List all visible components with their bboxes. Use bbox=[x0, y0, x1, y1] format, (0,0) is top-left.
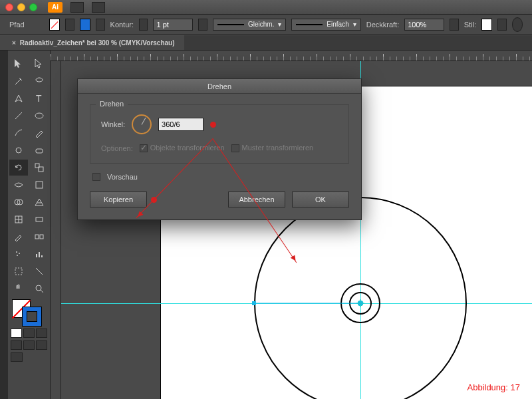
brush-tool[interactable] bbox=[9, 125, 28, 141]
copy-button[interactable]: Kopieren bbox=[90, 192, 147, 207]
artboard-tool[interactable] bbox=[9, 263, 28, 279]
stroke-weight-input[interactable] bbox=[153, 19, 193, 31]
lasso-tool[interactable] bbox=[30, 73, 49, 89]
profile-select[interactable]: Einfach▾ bbox=[291, 19, 360, 31]
color-mode-gradient[interactable] bbox=[23, 329, 35, 338]
svg-rect-15 bbox=[35, 235, 39, 239]
ok-button[interactable]: OK bbox=[292, 192, 349, 207]
blend-tool[interactable] bbox=[30, 229, 49, 245]
style-dropdown[interactable] bbox=[497, 19, 506, 31]
recolor-button[interactable] bbox=[512, 17, 523, 32]
svg-rect-16 bbox=[40, 235, 43, 239]
svg-point-4 bbox=[16, 148, 21, 153]
annotation-dot-icon bbox=[210, 122, 216, 128]
ruler-horizontal[interactable] bbox=[51, 51, 532, 61]
svg-rect-8 bbox=[36, 182, 43, 188]
transform-patterns-label: Muster transformieren bbox=[242, 144, 314, 152]
app-badge: Ai bbox=[48, 2, 63, 13]
gradient-tool[interactable] bbox=[30, 211, 49, 227]
svg-rect-22 bbox=[41, 255, 43, 257]
shape-builder-tool[interactable] bbox=[9, 194, 28, 210]
window-zoom-button[interactable] bbox=[29, 3, 37, 11]
style-label: Stil: bbox=[464, 21, 476, 29]
selection-tool[interactable] bbox=[9, 56, 28, 72]
arrange-icon[interactable] bbox=[92, 2, 105, 13]
inner-circle[interactable] bbox=[349, 292, 372, 315]
annotation-dot-icon bbox=[151, 197, 157, 203]
hand-tool[interactable] bbox=[9, 281, 28, 297]
eyedropper-tool[interactable] bbox=[9, 229, 28, 245]
slice-tool[interactable] bbox=[30, 263, 49, 279]
ruler-vertical[interactable] bbox=[51, 61, 61, 399]
close-tab-icon[interactable]: × bbox=[12, 39, 16, 47]
tool-gutter bbox=[0, 51, 8, 399]
free-transform-tool[interactable] bbox=[30, 177, 49, 193]
stroke-weight-dropdown[interactable] bbox=[198, 19, 207, 31]
line-tool[interactable] bbox=[9, 108, 28, 124]
window-titlebar: Ai bbox=[0, 0, 532, 15]
eraser-tool[interactable] bbox=[30, 142, 49, 158]
pencil-tool[interactable] bbox=[30, 125, 49, 141]
draw-inside[interactable] bbox=[36, 340, 47, 350]
window-close-button[interactable] bbox=[5, 3, 13, 11]
preview-checkbox[interactable] bbox=[92, 173, 100, 181]
svg-rect-14 bbox=[36, 217, 43, 221]
draw-behind[interactable] bbox=[23, 340, 35, 350]
opacity-input[interactable] bbox=[404, 19, 444, 31]
svg-rect-5 bbox=[36, 149, 43, 153]
preview-label: Vorschau bbox=[107, 173, 138, 181]
color-swatches[interactable] bbox=[8, 298, 50, 327]
options-label: Optionen: bbox=[101, 144, 133, 152]
brush-select[interactable]: Gleichm.▾ bbox=[213, 19, 286, 31]
screen-mode[interactable] bbox=[11, 352, 23, 362]
rotate-dialog: Drehen Drehen Winkel: Optionen: Objekte … bbox=[77, 78, 362, 220]
style-swatch[interactable] bbox=[481, 19, 492, 31]
angle-label: Winkel: bbox=[101, 120, 125, 128]
dialog-title: Drehen bbox=[78, 79, 361, 94]
transform-objects-label: Objekte transformieren bbox=[150, 144, 225, 152]
svg-point-0 bbox=[36, 78, 43, 82]
mesh-tool[interactable] bbox=[9, 211, 28, 227]
transform-patterns-checkbox bbox=[231, 144, 239, 152]
fill-swatch[interactable] bbox=[49, 19, 60, 31]
opacity-dropdown[interactable] bbox=[450, 19, 458, 31]
cancel-button[interactable]: Abbrechen bbox=[228, 192, 285, 207]
blob-brush-tool[interactable] bbox=[9, 142, 28, 158]
toolbox: T bbox=[8, 51, 51, 399]
rotate-tool[interactable] bbox=[9, 160, 28, 176]
pen-tool[interactable] bbox=[9, 90, 28, 106]
color-mode-solid[interactable] bbox=[11, 329, 22, 338]
opacity-label: Deckkraft: bbox=[366, 21, 400, 29]
svg-point-19 bbox=[17, 255, 18, 256]
width-tool[interactable] bbox=[9, 177, 28, 193]
document-tab-bar: × Radioaktiv_Zeichen* bei 300 % (CMYK/Vo… bbox=[0, 35, 532, 51]
svg-rect-20 bbox=[36, 254, 37, 257]
angle-dial[interactable] bbox=[132, 114, 152, 134]
symbol-sprayer-tool[interactable] bbox=[9, 246, 28, 262]
figure-caption: Abbildung: 17 bbox=[467, 382, 520, 392]
direct-selection-tool[interactable] bbox=[30, 56, 49, 72]
stroke-swatch[interactable] bbox=[80, 19, 90, 31]
fill-dropdown[interactable] bbox=[65, 19, 74, 31]
scale-tool[interactable] bbox=[30, 160, 49, 176]
document-tab[interactable]: × Radioaktiv_Zeichen* bei 300 % (CMYK/Vo… bbox=[0, 35, 184, 50]
bridge-icon[interactable] bbox=[70, 2, 84, 13]
svg-point-3 bbox=[35, 113, 43, 118]
zoom-tool[interactable] bbox=[30, 281, 49, 297]
ellipse-tool[interactable] bbox=[30, 108, 49, 124]
stroke-dropdown[interactable] bbox=[96, 19, 104, 31]
window-minimize-button[interactable] bbox=[17, 3, 25, 11]
magic-wand-tool[interactable] bbox=[9, 73, 28, 89]
draw-normal[interactable] bbox=[11, 340, 22, 350]
angle-input[interactable] bbox=[158, 118, 203, 131]
stroke-color[interactable] bbox=[23, 307, 41, 326]
color-mode-none[interactable] bbox=[36, 329, 47, 338]
stroke-weight-stepper[interactable] bbox=[139, 19, 148, 31]
type-tool[interactable]: T bbox=[30, 90, 49, 106]
perspective-tool[interactable] bbox=[30, 194, 49, 210]
svg-point-24 bbox=[36, 285, 41, 291]
graph-tool[interactable] bbox=[30, 246, 49, 262]
svg-text:T: T bbox=[36, 93, 42, 104]
svg-line-25 bbox=[41, 290, 43, 293]
svg-rect-23 bbox=[15, 268, 22, 275]
